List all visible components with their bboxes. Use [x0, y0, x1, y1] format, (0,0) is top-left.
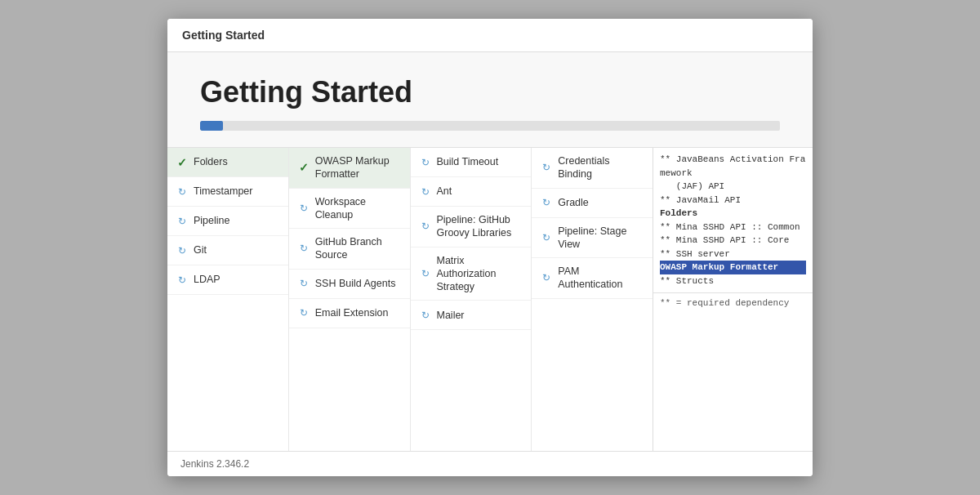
plugin-columns: ✓Folders↻Timestamper↻Pipeline↻Git↻LDAP✓O… [167, 148, 653, 451]
hero-title: Getting Started [200, 75, 780, 109]
log-line: ** Structs [660, 274, 806, 288]
plugin-col-col3: ↻Build Timeout↻Ant↻Pipeline: GitHub Groo… [411, 148, 532, 451]
log-line: ** SSH server [660, 247, 806, 261]
plugin-item-email-ext[interactable]: ↻Email Extension [289, 299, 410, 328]
plugin-item-pam-auth[interactable]: ↻PAM Authentication [532, 258, 653, 299]
spinner-icon: ↻ [419, 185, 432, 198]
plugin-item-build-timeout[interactable]: ↻Build Timeout [411, 148, 532, 177]
plugin-item-github-branch[interactable]: ↻GitHub Branch Source [289, 229, 410, 270]
plugin-item-timestamper[interactable]: ↻Timestamper [167, 177, 288, 207]
jenkins-version: Jenkins 2.346.2 [180, 458, 249, 470]
plugin-label-owasp: OWASP Markup Formatter [315, 154, 402, 181]
spinner-icon: ↻ [176, 274, 189, 287]
dialog-title: Getting Started [182, 29, 265, 42]
plugin-label-pipeline: Pipeline [194, 214, 229, 227]
spinner-icon: ↻ [419, 267, 432, 280]
check-icon: ✓ [176, 156, 189, 169]
plugin-label-pam-auth: PAM Authentication [558, 265, 644, 292]
plugin-label-pipeline-groovy: Pipeline: GitHub Groovy Libraries [437, 213, 523, 240]
plugin-item-ant[interactable]: ↻Ant [411, 177, 532, 207]
spinner-icon: ↻ [540, 271, 553, 284]
dialog-titlebar: Getting Started [167, 19, 813, 52]
plugin-col-col4: ↻Credentials Binding↻Gradle↻Pipeline: St… [532, 148, 653, 451]
plugin-label-workspace-cleanup: Workspace Cleanup [315, 195, 402, 222]
plugin-label-email-ext: Email Extension [315, 306, 389, 319]
plugin-col-col1: ✓Folders↻Timestamper↻Pipeline↻Git↻LDAP [167, 148, 289, 451]
log-line: ** Mina SSHD API :: Common [660, 221, 806, 234]
plugin-item-matrix-auth[interactable]: ↻Matrix Authorization Strategy [411, 247, 532, 301]
plugin-item-workspace-cleanup[interactable]: ↻Workspace Cleanup [289, 189, 410, 230]
dialog-body: ✓Folders↻Timestamper↻Pipeline↻Git↻LDAP✓O… [167, 148, 813, 451]
spinner-icon: ↻ [419, 156, 432, 169]
dialog-footer: Jenkins 2.346.2 [167, 451, 813, 476]
log-panel: ** JavaBeans Activation Framework (JAF) … [653, 148, 813, 292]
spinner-icon: ↻ [297, 306, 310, 319]
log-line: OWASP Markup Formatter [660, 261, 806, 274]
plugin-item-folders[interactable]: ✓Folders [167, 148, 288, 177]
dialog-hero: Getting Started [167, 52, 813, 148]
log-section: ** JavaBeans Activation Framework (JAF) … [653, 148, 813, 451]
plugin-label-matrix-auth: Matrix Authorization Strategy [437, 254, 523, 294]
progress-bar-container [200, 121, 780, 131]
plugin-item-mailer[interactable]: ↻Mailer [411, 301, 532, 330]
log-footer: ** = required dependency [653, 292, 813, 313]
plugin-col-col2: ✓OWASP Markup Formatter↻Workspace Cleanu… [289, 148, 411, 451]
plugin-label-pipeline-stage-view: Pipeline: Stage View [558, 225, 644, 252]
plugin-item-pipeline[interactable]: ↻Pipeline [167, 207, 288, 236]
plugin-item-gradle[interactable]: ↻Gradle [532, 189, 653, 218]
log-line: Folders [660, 207, 806, 221]
spinner-icon: ↻ [419, 220, 432, 233]
spinner-icon: ↻ [297, 242, 310, 255]
plugin-item-credentials-binding[interactable]: ↻Credentials Binding [532, 148, 653, 189]
spinner-icon: ↻ [540, 196, 553, 209]
getting-started-dialog: Getting Started Getting Started ✓Folders… [167, 19, 813, 476]
plugin-item-ldap[interactable]: ↻LDAP [167, 265, 288, 295]
plugin-label-mailer: Mailer [437, 309, 465, 322]
plugin-label-gradle: Gradle [558, 196, 589, 209]
check-icon: ✓ [297, 161, 310, 174]
plugin-item-pipeline-groovy[interactable]: ↻Pipeline: GitHub Groovy Libraries [411, 207, 532, 247]
spinner-icon: ↻ [540, 161, 553, 174]
plugin-label-ldap: LDAP [194, 273, 220, 286]
plugin-label-credentials-binding: Credentials Binding [558, 154, 644, 181]
spinner-icon: ↻ [297, 202, 310, 215]
spinner-icon: ↻ [176, 244, 189, 257]
log-line: ** JavaMail API [660, 194, 806, 207]
plugin-item-git[interactable]: ↻Git [167, 236, 288, 265]
plugin-label-folders: Folders [194, 155, 228, 168]
plugin-item-pipeline-stage-view[interactable]: ↻Pipeline: Stage View [532, 218, 653, 259]
spinner-icon: ↻ [176, 215, 189, 228]
plugin-label-ssh-build: SSH Build Agents [315, 277, 396, 290]
plugin-label-ant: Ant [437, 185, 452, 198]
plugin-label-github-branch: GitHub Branch Source [315, 235, 402, 262]
plugin-item-ssh-build[interactable]: ↻SSH Build Agents [289, 270, 410, 299]
spinner-icon: ↻ [176, 185, 189, 198]
plugin-item-owasp[interactable]: ✓OWASP Markup Formatter [289, 148, 410, 189]
plugin-label-git: Git [194, 243, 207, 256]
progress-bar-fill [200, 121, 223, 131]
log-line: (JAF) API [660, 180, 806, 194]
plugin-label-build-timeout: Build Timeout [437, 155, 499, 168]
spinner-icon: ↻ [297, 277, 310, 290]
spinner-icon: ↻ [540, 231, 553, 244]
spinner-icon: ↻ [419, 309, 432, 322]
log-line: ** JavaBeans Activation Framework [660, 153, 806, 180]
log-line: ** Mina SSHD API :: Core [660, 234, 806, 247]
plugin-label-timestamper: Timestamper [194, 185, 252, 198]
